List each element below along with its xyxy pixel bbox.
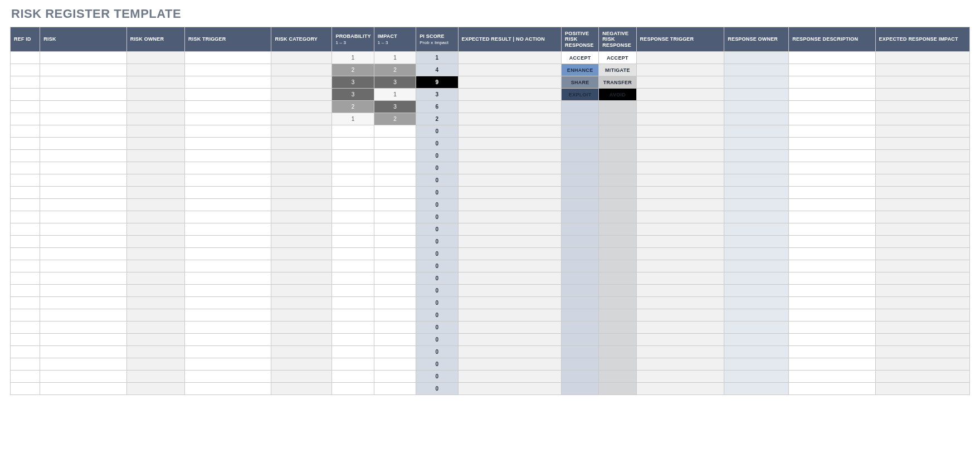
cell-positive-response[interactable] [562, 174, 599, 187]
cell-risk-category[interactable] [271, 101, 332, 113]
cell-response-trigger[interactable] [636, 223, 724, 236]
cell-impact[interactable]: 3 [374, 76, 416, 89]
cell-negative-response[interactable] [599, 199, 636, 211]
cell-expected-result[interactable] [458, 211, 562, 223]
cell-response-description[interactable] [789, 272, 875, 285]
cell-response-owner[interactable] [724, 383, 789, 395]
cell-risk[interactable] [40, 322, 126, 334]
cell-risk-trigger[interactable] [185, 223, 271, 236]
cell-positive-response[interactable] [562, 297, 599, 309]
cell-impact[interactable] [374, 223, 416, 236]
cell-impact[interactable] [374, 285, 416, 297]
cell-response-description[interactable] [789, 113, 875, 125]
cell-expected-result[interactable] [458, 272, 562, 285]
cell-risk-trigger[interactable] [185, 334, 271, 346]
cell-risk-category[interactable] [271, 346, 332, 358]
cell-risk-category[interactable] [271, 76, 332, 89]
col-response-description[interactable]: RESPONSE DESCRIPTION [789, 27, 875, 52]
cell-ref-id[interactable] [11, 187, 40, 199]
cell-risk-trigger[interactable] [185, 162, 271, 174]
cell-risk-owner[interactable] [126, 64, 184, 76]
cell-expected-result[interactable] [458, 199, 562, 211]
cell-positive-response[interactable] [562, 113, 599, 125]
cell-negative-response[interactable] [599, 211, 636, 223]
cell-positive-response[interactable] [562, 150, 599, 162]
cell-positive-response[interactable] [562, 383, 599, 395]
cell-expected-response-impact[interactable] [875, 150, 969, 162]
cell-risk-category[interactable] [271, 223, 332, 236]
cell-expected-result[interactable] [458, 76, 562, 89]
cell-risk[interactable] [40, 236, 126, 248]
cell-response-owner[interactable] [724, 64, 789, 76]
cell-response-owner[interactable] [724, 113, 789, 125]
cell-risk[interactable] [40, 211, 126, 223]
cell-risk[interactable] [40, 383, 126, 395]
cell-response-trigger[interactable] [636, 187, 724, 199]
cell-risk-owner[interactable] [126, 334, 184, 346]
cell-response-trigger[interactable] [636, 199, 724, 211]
cell-risk-owner[interactable] [126, 52, 184, 64]
cell-negative-response[interactable] [599, 101, 636, 113]
cell-positive-response[interactable]: SHARE [562, 76, 599, 89]
cell-positive-response[interactable] [562, 223, 599, 236]
cell-risk-category[interactable] [271, 371, 332, 383]
cell-response-owner[interactable] [724, 52, 789, 64]
cell-response-trigger[interactable] [636, 383, 724, 395]
cell-response-trigger[interactable] [636, 138, 724, 150]
cell-expected-result[interactable] [458, 358, 562, 371]
cell-positive-response[interactable]: ENHANCE [562, 64, 599, 76]
cell-risk-trigger[interactable] [185, 199, 271, 211]
cell-probability[interactable] [332, 383, 374, 395]
cell-risk-category[interactable] [271, 260, 332, 272]
cell-ref-id[interactable] [11, 236, 40, 248]
cell-response-description[interactable] [789, 297, 875, 309]
cell-risk-owner[interactable] [126, 150, 184, 162]
cell-risk[interactable] [40, 187, 126, 199]
cell-impact[interactable] [374, 260, 416, 272]
cell-ref-id[interactable] [11, 113, 40, 125]
cell-response-description[interactable] [789, 187, 875, 199]
cell-expected-response-impact[interactable] [875, 272, 969, 285]
cell-response-owner[interactable] [724, 248, 789, 260]
cell-pi-score[interactable]: 2 [416, 113, 458, 125]
cell-response-description[interactable] [789, 322, 875, 334]
cell-probability[interactable] [332, 150, 374, 162]
cell-risk-trigger[interactable] [185, 113, 271, 125]
cell-response-owner[interactable] [724, 162, 789, 174]
cell-response-owner[interactable] [724, 260, 789, 272]
cell-pi-score[interactable]: 0 [416, 174, 458, 187]
cell-expected-response-impact[interactable] [875, 187, 969, 199]
cell-response-description[interactable] [789, 101, 875, 113]
cell-risk-trigger[interactable] [185, 371, 271, 383]
cell-positive-response[interactable] [562, 309, 599, 322]
cell-expected-response-impact[interactable] [875, 334, 969, 346]
cell-response-description[interactable] [789, 199, 875, 211]
cell-response-description[interactable] [789, 334, 875, 346]
col-negative-response[interactable]: NEGATIVE RISK RESPONSE [599, 27, 636, 52]
cell-response-owner[interactable] [724, 272, 789, 285]
cell-ref-id[interactable] [11, 150, 40, 162]
cell-risk-owner[interactable] [126, 309, 184, 322]
cell-pi-score[interactable]: 0 [416, 211, 458, 223]
cell-risk-trigger[interactable] [185, 346, 271, 358]
cell-expected-result[interactable] [458, 52, 562, 64]
cell-negative-response[interactable]: MITIGATE [599, 64, 636, 76]
cell-response-description[interactable] [789, 383, 875, 395]
cell-risk-owner[interactable] [126, 371, 184, 383]
cell-response-owner[interactable] [724, 125, 789, 138]
cell-risk-trigger[interactable] [185, 358, 271, 371]
cell-risk[interactable] [40, 285, 126, 297]
cell-risk-category[interactable] [271, 174, 332, 187]
cell-probability[interactable] [332, 334, 374, 346]
cell-response-description[interactable] [789, 248, 875, 260]
cell-risk-owner[interactable] [126, 297, 184, 309]
cell-risk-owner[interactable] [126, 174, 184, 187]
cell-ref-id[interactable] [11, 52, 40, 64]
cell-impact[interactable]: 3 [374, 101, 416, 113]
cell-expected-result[interactable] [458, 248, 562, 260]
cell-positive-response[interactable] [562, 101, 599, 113]
cell-ref-id[interactable] [11, 101, 40, 113]
cell-expected-response-impact[interactable] [875, 322, 969, 334]
cell-positive-response[interactable] [562, 199, 599, 211]
cell-impact[interactable] [374, 334, 416, 346]
